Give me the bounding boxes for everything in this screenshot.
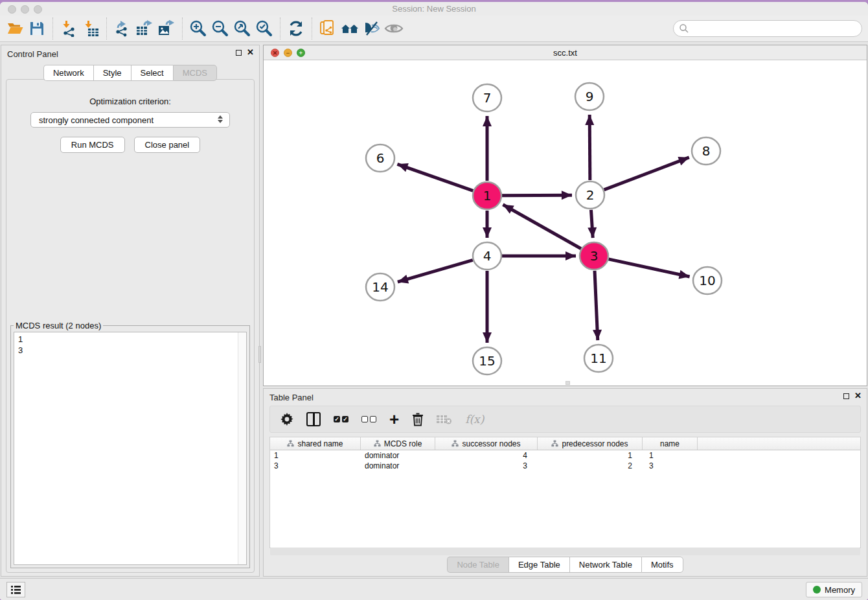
cell-successor-nodes[interactable]: 4 bbox=[435, 450, 538, 461]
select-all-columns-icon[interactable]: ✓✓ bbox=[334, 416, 348, 422]
scrollbar[interactable] bbox=[238, 332, 246, 564]
mcds-result-item[interactable]: 1 bbox=[18, 334, 242, 345]
zoom-out-icon[interactable] bbox=[209, 18, 231, 39]
graph-edge-1-6[interactable] bbox=[397, 164, 473, 190]
graph-node-9[interactable]: 9 bbox=[575, 83, 604, 110]
cell-name[interactable]: 3 bbox=[643, 461, 698, 471]
graph-edge-3-1[interactable] bbox=[503, 205, 581, 249]
tab-edge-table[interactable]: Edge Table bbox=[508, 557, 569, 573]
table-row[interactable]: 1 dominator 4 1 1 bbox=[270, 450, 860, 461]
network-canvas[interactable]: 7968124314101511 bbox=[264, 61, 866, 385]
graph-edge-4-14[interactable] bbox=[398, 260, 473, 282]
export-image-icon[interactable] bbox=[155, 18, 177, 39]
cell-successor-nodes[interactable]: 3 bbox=[435, 461, 538, 471]
mcds-result-item[interactable]: 3 bbox=[18, 345, 242, 356]
hide-details-icon[interactable] bbox=[361, 18, 383, 39]
save-session-icon[interactable] bbox=[26, 18, 48, 39]
svg-text:6: 6 bbox=[376, 150, 385, 166]
function-builder-icon: f(x) bbox=[465, 413, 484, 426]
optimization-criterion-label: Optimization criterion: bbox=[6, 97, 254, 106]
float-panel-icon[interactable] bbox=[843, 393, 849, 399]
chevron-up-down-icon bbox=[216, 115, 224, 123]
cell-name[interactable]: 1 bbox=[643, 450, 698, 461]
graph-node-14[interactable]: 14 bbox=[366, 273, 394, 301]
clone-network-icon[interactable] bbox=[317, 18, 339, 39]
graph-node-15[interactable]: 15 bbox=[473, 347, 501, 375]
unselect-all-columns-icon[interactable] bbox=[361, 416, 376, 422]
graph-edge-3-11[interactable] bbox=[595, 271, 598, 340]
cell-predecessor-nodes[interactable]: 1 bbox=[538, 450, 643, 461]
search-input[interactable] bbox=[673, 20, 862, 37]
cell-shared-name[interactable]: 3 bbox=[270, 461, 361, 471]
graph-edge-2-3[interactable] bbox=[591, 210, 593, 238]
column-header-shared-name[interactable]: shared name bbox=[270, 437, 361, 450]
svg-text:2: 2 bbox=[586, 187, 595, 203]
tab-network-table[interactable]: Network Table bbox=[569, 557, 641, 573]
tab-select[interactable]: Select bbox=[131, 65, 173, 81]
graph-edge-1-2[interactable] bbox=[502, 195, 572, 196]
import-table-icon[interactable] bbox=[80, 18, 102, 39]
network-graph[interactable]: 7968124314101511 bbox=[264, 61, 867, 386]
close-panel-button[interactable]: Close panel bbox=[134, 137, 201, 153]
node-table: shared name MCDS role successor nodes pr… bbox=[269, 437, 861, 548]
import-network-icon[interactable] bbox=[58, 18, 80, 39]
graph-edge-2-9[interactable] bbox=[589, 115, 590, 180]
zoom-fit-icon[interactable] bbox=[231, 18, 253, 39]
export-table-icon[interactable] bbox=[133, 18, 155, 39]
float-panel-icon[interactable] bbox=[236, 50, 242, 56]
show-details-icon[interactable] bbox=[383, 18, 405, 39]
cell-shared-name[interactable]: 1 bbox=[270, 450, 361, 461]
memory-button[interactable]: Memory bbox=[806, 582, 862, 597]
cell-mcds-role[interactable]: dominator bbox=[361, 450, 435, 461]
graph-node-7[interactable]: 7 bbox=[473, 84, 501, 111]
graph-node-10[interactable]: 10 bbox=[693, 267, 722, 294]
vertical-splitter-grip[interactable] bbox=[258, 346, 261, 363]
trash-icon[interactable] bbox=[412, 413, 424, 426]
graph-edge-3-10[interactable] bbox=[608, 259, 689, 277]
memory-status-icon bbox=[813, 586, 821, 594]
add-column-icon[interactable]: + bbox=[389, 413, 399, 426]
gear-icon[interactable] bbox=[280, 413, 293, 426]
column-header-name[interactable]: name bbox=[643, 437, 698, 450]
column-header-mcds-role[interactable]: MCDS role bbox=[361, 437, 435, 450]
tab-node-table[interactable]: Node Table bbox=[447, 557, 508, 573]
graph-node-4[interactable]: 4 bbox=[473, 242, 501, 270]
zoom-selected-icon[interactable] bbox=[253, 18, 275, 39]
svg-text:10: 10 bbox=[699, 273, 715, 288]
apply-layout-icon[interactable] bbox=[285, 18, 307, 39]
first-neighbors-icon[interactable] bbox=[339, 18, 361, 39]
open-file-icon[interactable] bbox=[4, 18, 26, 39]
graph-node-3[interactable]: 3 bbox=[580, 242, 608, 270]
svg-text:4: 4 bbox=[483, 248, 492, 264]
splitter-grip[interactable] bbox=[565, 381, 570, 385]
tab-style[interactable]: Style bbox=[93, 65, 131, 81]
column-browser-icon[interactable] bbox=[306, 412, 321, 426]
close-panel-icon[interactable]: ✕ bbox=[247, 49, 254, 56]
tab-network[interactable]: Network bbox=[43, 65, 93, 81]
graph-node-11[interactable]: 11 bbox=[584, 345, 613, 372]
graph-node-8[interactable]: 8 bbox=[692, 137, 720, 165]
column-header-successor-nodes[interactable]: successor nodes bbox=[435, 437, 538, 450]
zoom-in-icon[interactable] bbox=[187, 18, 209, 39]
column-header-predecessor-nodes[interactable]: predecessor nodes bbox=[538, 437, 643, 450]
cell-predecessor-nodes[interactable]: 2 bbox=[538, 461, 643, 471]
tab-motifs[interactable]: Motifs bbox=[641, 557, 683, 573]
graph-node-2[interactable]: 2 bbox=[576, 181, 604, 209]
optimization-criterion-select[interactable]: strongly connected component bbox=[30, 112, 230, 128]
cell-mcds-role[interactable]: dominator bbox=[361, 461, 435, 471]
main-content: Control Panel ✕ Network Style Select MCD… bbox=[0, 43, 868, 578]
main-toolbar bbox=[0, 16, 868, 42]
task-history-button[interactable] bbox=[6, 582, 25, 597]
graph-edge-2-8[interactable] bbox=[604, 157, 689, 190]
horizontal-scrollbar[interactable] bbox=[270, 548, 860, 555]
mcds-result-list[interactable]: 1 3 bbox=[14, 332, 247, 565]
graph-node-1[interactable]: 1 bbox=[473, 182, 501, 209]
run-mcds-button[interactable]: Run MCDS bbox=[60, 137, 125, 153]
table-row[interactable]: 3 dominator 3 2 3 bbox=[270, 461, 860, 471]
tab-mcds[interactable]: MCDS bbox=[173, 65, 217, 81]
optimization-criterion-value: strongly connected component bbox=[39, 115, 154, 125]
close-panel-icon[interactable]: ✕ bbox=[854, 393, 862, 399]
graph-node-6[interactable]: 6 bbox=[366, 144, 394, 172]
export-network-icon[interactable] bbox=[111, 18, 133, 39]
toolbar-separator bbox=[52, 17, 53, 40]
